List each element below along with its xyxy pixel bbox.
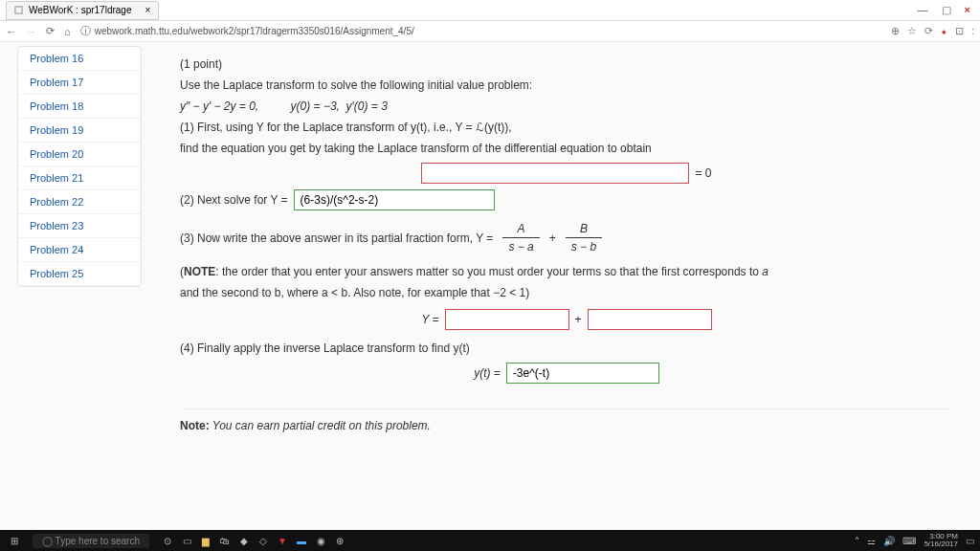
- note-line2: and the second to b, where a < b. Also n…: [180, 284, 953, 301]
- toolbar-icon-4[interactable]: ⊡: [955, 25, 964, 37]
- nav-back-icon[interactable]: ←: [6, 26, 16, 37]
- answer-input-2[interactable]: [294, 189, 495, 210]
- answer-input-3a[interactable]: [445, 309, 569, 330]
- sidebar-item-p22[interactable]: Problem 22: [18, 190, 141, 214]
- app-icon-4[interactable]: ▬: [293, 533, 310, 548]
- sidebar-item-p17[interactable]: Problem 17: [18, 71, 141, 95]
- tray-volume-icon[interactable]: 🔊: [883, 536, 895, 546]
- part4-label: (4) Finally apply the inverse Laplace tr…: [180, 340, 953, 357]
- notifications-icon[interactable]: ▭: [966, 536, 974, 546]
- taskbar-clock[interactable]: 3:00 PM5/16/2017: [924, 533, 958, 548]
- problem-body: (1 point) Use the Laplace transform to s…: [142, 42, 980, 530]
- chrome-icon[interactable]: ◉: [312, 533, 329, 548]
- start-icon[interactable]: ⊞: [6, 533, 23, 548]
- points-label: (1 point): [180, 55, 953, 73]
- equals-zero: = 0: [695, 165, 711, 182]
- window-minimize-icon[interactable]: —: [918, 4, 928, 16]
- sidebar-item-p19[interactable]: Problem 19: [18, 119, 141, 143]
- plus-sign: +: [549, 230, 556, 247]
- app-icon-3[interactable]: ▼: [274, 533, 291, 548]
- toolbar-icon-5[interactable]: :: [971, 25, 974, 37]
- sidebar-item-p23[interactable]: Problem 23: [18, 214, 141, 238]
- problem-nav-sidebar: Problem 16 Problem 17 Problem 18 Problem…: [17, 46, 142, 287]
- intro-text: Use the Laplace transform to solve the f…: [180, 77, 953, 94]
- window-close-icon[interactable]: ×: [965, 4, 970, 16]
- browser-tab[interactable]: WeBWorK : spr17ldrage ×: [6, 1, 159, 20]
- url-bar[interactable]: ⓘ webwork.math.ttu.edu/webwork2/spr17ldr…: [80, 24, 881, 38]
- sidebar-item-p18[interactable]: Problem 18: [18, 95, 141, 119]
- part2-label: (2) Next solve for Y =: [180, 191, 288, 209]
- window-maximize-icon[interactable]: ▢: [942, 4, 951, 16]
- fraction-a: A s − a: [502, 220, 539, 255]
- yt-equals: y(t) =: [474, 364, 501, 382]
- nav-forward-icon[interactable]: →: [26, 26, 36, 37]
- sidebar-item-p25[interactable]: Problem 25: [18, 262, 141, 286]
- part1-line2: find the equation you get by taking the …: [180, 140, 953, 157]
- toolbar-icon-2[interactable]: ⟳: [924, 25, 933, 37]
- taskbar-search[interactable]: ◯ Type here to search: [33, 534, 149, 548]
- explorer-icon[interactable]: ▆: [197, 533, 214, 548]
- part1-line1: (1) First, using Y for the Laplace trans…: [180, 119, 953, 136]
- app-icon-1[interactable]: ◆: [235, 533, 253, 548]
- sidebar-item-p20[interactable]: Problem 20: [18, 143, 141, 166]
- nav-home-icon[interactable]: ⌂: [64, 26, 71, 37]
- steam-icon[interactable]: ⊛: [331, 533, 348, 548]
- tray-chevron-icon[interactable]: ˄: [855, 536, 859, 546]
- nav-reload-icon[interactable]: ⟳: [46, 25, 55, 37]
- sidebar-item-p21[interactable]: Problem 21: [18, 166, 141, 190]
- part3-label: (3) Now write the above answer in its pa…: [180, 230, 493, 247]
- taskview-icon[interactable]: ▭: [178, 533, 195, 548]
- plus-between: +: [575, 311, 582, 328]
- toolbar-icon-0[interactable]: ⊕: [891, 25, 900, 37]
- tab-close-icon[interactable]: ×: [145, 5, 150, 15]
- note-line1: (NOTE: the order that you enter your ans…: [180, 263, 953, 280]
- answer-input-3b[interactable]: [588, 309, 712, 330]
- ode-equation: y″ − y′ − 2y = 0, y(0) = −3, y′(0) = 3: [180, 98, 953, 115]
- tray-keyboard-icon[interactable]: ⌨: [902, 536, 916, 546]
- app-icon-2[interactable]: ◇: [255, 533, 272, 548]
- y-equals: Y =: [421, 311, 438, 328]
- url-text: webwork.math.ttu.edu/webwork2/spr17ldrag…: [95, 26, 414, 36]
- info-icon[interactable]: ⓘ: [80, 24, 91, 38]
- store-icon[interactable]: 🛍: [216, 533, 234, 548]
- fraction-b: B s − b: [566, 220, 602, 255]
- footer-note: Note: You can earn partial credit on thi…: [180, 408, 953, 434]
- toolbar-icon-1[interactable]: ☆: [907, 25, 917, 37]
- page-icon: [14, 6, 23, 14]
- answer-input-1[interactable]: [421, 163, 689, 184]
- tray-network-icon[interactable]: ⚍: [867, 536, 876, 546]
- sidebar-item-p16[interactable]: Problem 16: [18, 47, 141, 71]
- windows-taskbar[interactable]: ⊞ ◯ Type here to search ⊙ ▭ ▆ 🛍 ◆ ◇ ▼ ▬ …: [0, 530, 980, 551]
- svg-rect-0: [15, 7, 22, 13]
- tab-title: WeBWorK : spr17ldrage: [29, 5, 131, 15]
- toolbar-icon-3[interactable]: ⬥: [941, 25, 947, 37]
- cortana-icon[interactable]: ⊙: [159, 533, 176, 548]
- answer-input-4[interactable]: [506, 363, 659, 384]
- sidebar-item-p24[interactable]: Problem 24: [18, 238, 141, 262]
